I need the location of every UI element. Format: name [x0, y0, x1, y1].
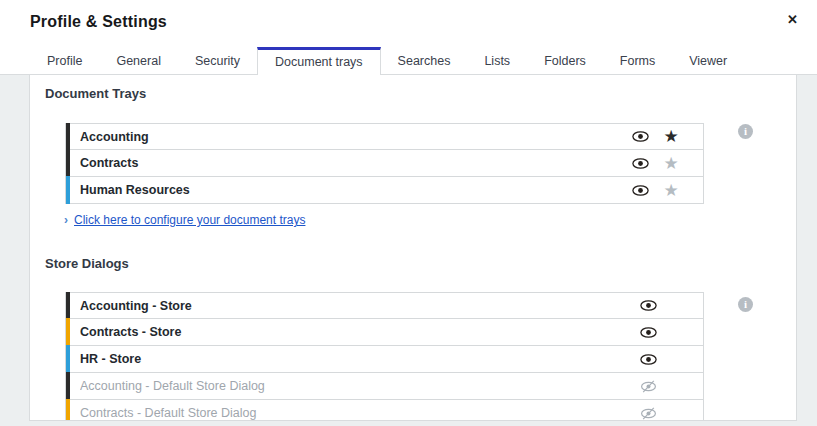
store-dialog-color-bar: [66, 399, 70, 421]
visibility-eye-icon[interactable]: [631, 319, 665, 346]
tray-color-bar: [66, 176, 70, 204]
document-trays-list: Accounting ★ Contracts ★ Human Resources…: [65, 123, 704, 204]
tab-forms[interactable]: Forms: [603, 47, 672, 74]
dialog-header: Profile & Settings ✕: [0, 0, 817, 47]
store-dialog-color-bar: [66, 318, 70, 346]
store-dialog-color-bar: [66, 345, 70, 373]
tab-viewer[interactable]: Viewer: [672, 47, 744, 74]
tray-name: Contracts: [80, 156, 623, 170]
visibility-eye-icon[interactable]: [623, 123, 657, 150]
chevron-right-icon: ›: [64, 213, 68, 227]
store-dialog-row: Contracts - Store: [65, 319, 704, 346]
tab-profile[interactable]: Profile: [30, 47, 99, 74]
store-dialog-name: Accounting - Store: [80, 299, 631, 313]
favorite-star-icon[interactable]: ★: [657, 177, 685, 204]
visibility-eye-icon[interactable]: [631, 292, 665, 319]
info-icon-store-dialogs[interactable]: i: [738, 297, 753, 312]
store-dialog-row: Accounting - Default Store Dialog: [65, 373, 704, 400]
store-dialog-name: HR - Store: [80, 352, 631, 366]
tab-lists[interactable]: Lists: [467, 47, 527, 74]
tray-color-bar: [66, 149, 70, 177]
store-dialogs-list: Accounting - Store Contracts - Store HR …: [65, 292, 704, 421]
section-heading-document-trays: Document Trays: [45, 86, 796, 102]
tab-bar: Profile General Security Document trays …: [0, 47, 817, 75]
section-heading-store-dialogs: Store Dialogs: [45, 256, 796, 272]
tab-searches[interactable]: Searches: [381, 47, 468, 74]
visibility-eye-icon[interactable]: [623, 177, 657, 204]
tab-security[interactable]: Security: [178, 47, 257, 74]
store-dialog-color-bar: [66, 372, 70, 400]
document-trays-tab-panel: Document Trays Accounting ★ Contracts ★ …: [29, 75, 797, 421]
tab-document-trays[interactable]: Document trays: [257, 47, 381, 75]
close-icon[interactable]: ✕: [787, 12, 798, 28]
document-tray-row: Contracts ★: [65, 150, 704, 177]
tray-name: Human Resources: [80, 183, 623, 197]
store-dialog-name: Contracts - Default Store Dialog: [80, 406, 631, 420]
visibility-eye-icon[interactable]: [631, 373, 665, 400]
tab-content-background: Document Trays Accounting ★ Contracts ★ …: [0, 75, 817, 426]
visibility-eye-icon[interactable]: [631, 346, 665, 373]
store-dialog-row: Contracts - Default Store Dialog: [65, 400, 704, 421]
store-dialog-name: Accounting - Default Store Dialog: [80, 379, 631, 393]
favorite-star-icon[interactable]: ★: [657, 150, 685, 177]
tab-general[interactable]: General: [99, 47, 177, 74]
tray-name: Accounting: [80, 130, 623, 144]
tab-folders[interactable]: Folders: [527, 47, 603, 74]
visibility-eye-icon[interactable]: [623, 150, 657, 177]
store-dialog-row: Accounting - Store: [65, 292, 704, 319]
info-icon-document-trays[interactable]: i: [738, 124, 753, 139]
document-tray-row: Accounting ★: [65, 123, 704, 150]
configure-trays-link[interactable]: › Click here to configure your document …: [64, 213, 305, 227]
store-dialog-color-bar: [66, 292, 70, 319]
favorite-star-icon[interactable]: ★: [657, 123, 685, 150]
configure-trays-link-label: Click here to configure your document tr…: [74, 213, 305, 227]
store-dialog-row: HR - Store: [65, 346, 704, 373]
store-dialog-name: Contracts - Store: [80, 325, 631, 339]
tray-color-bar: [66, 123, 70, 150]
document-tray-row: Human Resources ★: [65, 177, 704, 204]
visibility-eye-icon[interactable]: [631, 400, 665, 422]
page-title: Profile & Settings: [30, 13, 167, 31]
